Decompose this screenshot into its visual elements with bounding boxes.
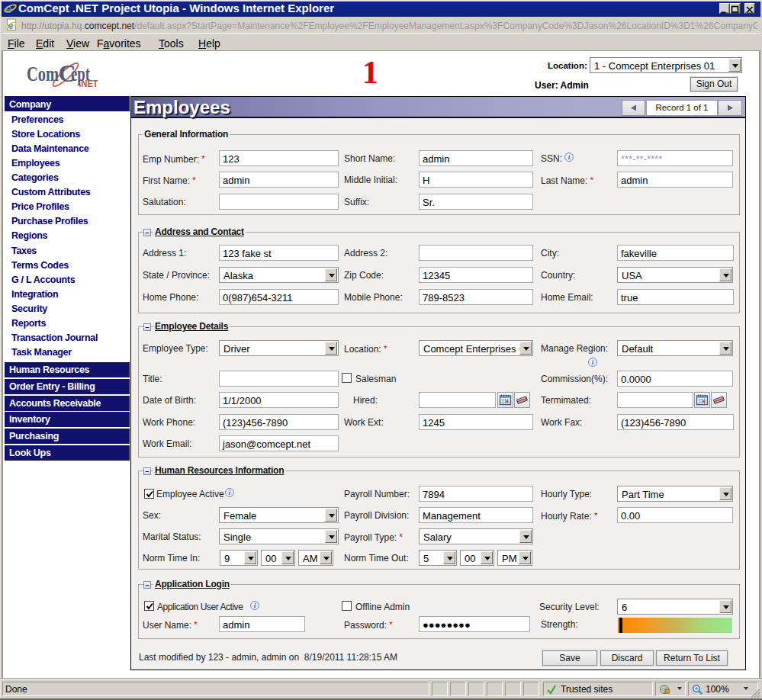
svg-text:.NET: .NET [79,78,98,89]
svg-text:e: e [8,21,14,31]
svg-text:Com: Com [27,63,59,85]
